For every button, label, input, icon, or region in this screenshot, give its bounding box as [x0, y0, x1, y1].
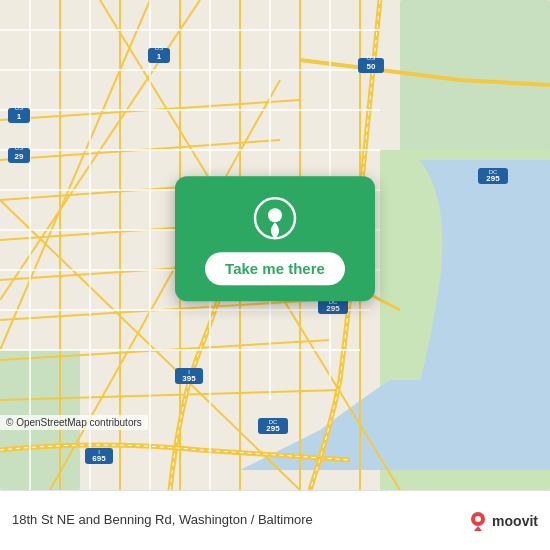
svg-text:1: 1: [157, 52, 162, 61]
svg-text:50: 50: [367, 62, 376, 71]
location-card: Take me there: [175, 176, 375, 301]
svg-text:295: 295: [326, 304, 340, 313]
location-pin-icon: [253, 196, 297, 240]
svg-text:US: US: [155, 45, 163, 51]
svg-point-68: [475, 516, 481, 522]
map-container: 29 US 1 US 1 US 50 US I 395 I 695 DC 295…: [0, 0, 550, 490]
svg-text:US: US: [15, 105, 23, 111]
moovit-text: moovit: [492, 513, 538, 529]
svg-text:295: 295: [486, 174, 500, 183]
svg-text:295: 295: [266, 424, 280, 433]
address-label: 18th St NE and Benning Rd, Washington / …: [12, 512, 468, 529]
svg-point-66: [268, 208, 282, 222]
svg-text:US: US: [15, 145, 23, 151]
svg-text:1: 1: [17, 112, 22, 121]
moovit-logo: moovit: [468, 511, 538, 531]
svg-text:695: 695: [92, 454, 106, 463]
moovit-icon: [468, 511, 488, 531]
copyright-text: © OpenStreetMap contributors: [6, 417, 142, 428]
copyright-notice: © OpenStreetMap contributors: [0, 415, 148, 430]
info-bar: 18th St NE and Benning Rd, Washington / …: [0, 490, 550, 550]
svg-text:395: 395: [182, 374, 196, 383]
take-me-there-button[interactable]: Take me there: [205, 252, 345, 285]
svg-text:29: 29: [15, 152, 24, 161]
svg-text:US: US: [367, 55, 375, 61]
